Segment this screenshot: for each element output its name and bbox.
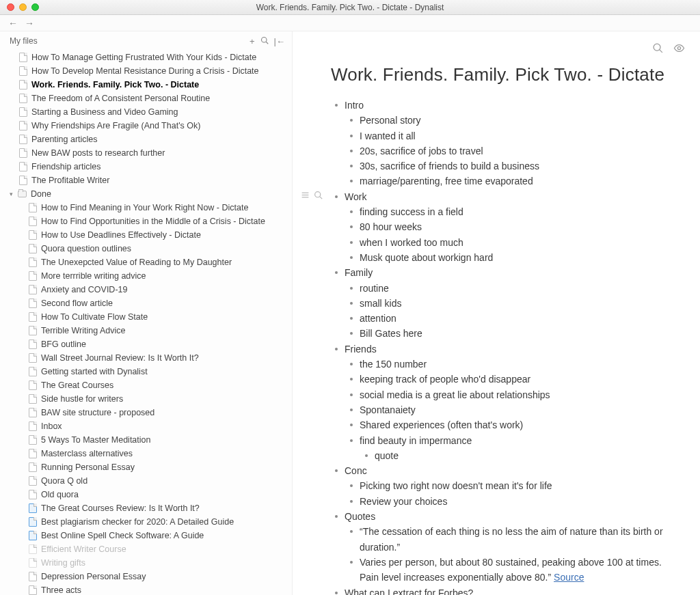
sidebar-folder-done[interactable]: ▾Done xyxy=(0,187,292,201)
sidebar-file[interactable]: Quora Q old xyxy=(0,474,292,488)
outline-text[interactable]: quote xyxy=(375,450,399,461)
sidebar-file[interactable]: Running Personal Essay xyxy=(0,460,292,474)
sidebar-file[interactable]: Why Friendships Are Fragile (And That's … xyxy=(0,119,292,133)
sidebar-file[interactable]: How To Manage Getting Frustrated With Yo… xyxy=(0,51,292,64)
outline-node[interactable]: 30s, sacrifice of friends to build a bus… xyxy=(346,158,673,174)
outline-text[interactable]: What can I extract for Forbes? xyxy=(345,587,473,596)
outline-node[interactable]: Picking two right now doesn't mean it's … xyxy=(346,478,673,493)
outline-text[interactable]: “The cessation of each thing is no less … xyxy=(360,526,663,552)
sidebar-file[interactable]: Inbox xyxy=(0,419,292,433)
search-document-button[interactable] xyxy=(652,42,664,57)
sidebar-file[interactable]: The Great Courses xyxy=(0,378,292,392)
outline-node[interactable]: 20s, sacrifice of jobs to travel xyxy=(346,143,673,158)
outline-node[interactable]: finding success in a field xyxy=(346,204,673,219)
sidebar-file[interactable]: Friendship articles xyxy=(0,160,292,174)
outline-node[interactable]: Musk quote about workign hard xyxy=(346,250,673,265)
sidebar-file[interactable]: Side hustle for writers xyxy=(0,392,292,406)
outline-text[interactable]: routine xyxy=(360,283,389,294)
sidebar-file[interactable]: Efficient Writer Course xyxy=(0,542,292,556)
outline-text[interactable]: Conc xyxy=(345,465,367,476)
source-link[interactable]: Source xyxy=(554,572,584,583)
sidebar-file[interactable]: How to Find Opportunities in the Middle … xyxy=(0,215,292,228)
sidebar-file[interactable]: How to Find Meaning in Your Work Right N… xyxy=(0,201,292,215)
outline-text[interactable]: marriage/parenting, free time evaporated xyxy=(360,176,533,186)
sidebar-file[interactable]: The Unexepcted Value of Reading to My Da… xyxy=(0,255,292,269)
sidebar-file[interactable]: How To Develop Mental Resistance During … xyxy=(0,64,292,78)
outline-node[interactable]: Review your choices xyxy=(346,494,673,509)
outline-text[interactable]: social media is a great lie about relati… xyxy=(360,389,550,400)
sidebar-file[interactable]: Writing gifts xyxy=(0,556,292,570)
outline-text[interactable]: Bill Gates here xyxy=(360,328,422,339)
sidebar-file[interactable]: Three acts xyxy=(0,583,292,595)
sidebar-file[interactable]: The Freedom of A Consistent Personal Rou… xyxy=(0,92,292,105)
outline-node[interactable]: “The cessation of each thing is no less … xyxy=(346,524,673,555)
outline-node[interactable]: Familyroutinesmall kidsattentionBill Gat… xyxy=(331,265,673,341)
outline-node[interactable]: IntroPersonal storyI wanted it all20s, s… xyxy=(331,98,673,189)
sidebar-file[interactable]: Depression Personal Essay xyxy=(0,570,292,583)
outline-node[interactable]: ConcPicking two right now doesn't mean i… xyxy=(331,463,673,509)
close-window-button[interactable] xyxy=(7,3,14,11)
sort-files-button[interactable]: |← xyxy=(274,36,285,46)
sidebar-file[interactable]: Terrible Writing Advice xyxy=(0,324,292,337)
outline-node[interactable]: Spontanaiety xyxy=(346,402,673,417)
outline-node[interactable]: Varies per person, but about 80 sustaine… xyxy=(346,555,673,585)
sidebar-file[interactable]: The Great Courses Review: Is It Worth It… xyxy=(0,501,292,515)
outline-text[interactable]: Shared experiences (often that's work) xyxy=(360,419,523,430)
visibility-toggle-button[interactable] xyxy=(673,42,685,57)
menu-icon[interactable] xyxy=(301,190,310,202)
outline-text[interactable]: find beauty in impermance xyxy=(360,435,472,446)
sidebar-file[interactable]: How To Cultivate Flow State xyxy=(0,310,292,324)
back-button[interactable]: ← xyxy=(8,18,18,29)
outline-node[interactable]: when I worked too much xyxy=(346,235,673,250)
search-files-button[interactable] xyxy=(260,36,269,46)
outline-node[interactable]: quote xyxy=(361,448,673,463)
outline-text[interactable]: I wanted it all xyxy=(360,130,416,141)
outline-text[interactable]: Friends xyxy=(345,344,377,355)
outline-text[interactable]: 30s, sacrifice of friends to build a bus… xyxy=(360,161,539,171)
outline-text[interactable]: small kids xyxy=(360,298,401,309)
outline-text[interactable]: Picking two right now doesn't mean it's … xyxy=(360,480,552,491)
fullscreen-window-button[interactable] xyxy=(31,3,39,11)
outline-text[interactable]: Spontanaiety xyxy=(360,404,416,415)
sidebar-file[interactable]: New BAW posts to research further xyxy=(0,146,292,160)
document-title[interactable]: Work. Friends. Family. Pick Two. - Dicta… xyxy=(331,64,673,85)
outline-node[interactable]: attention xyxy=(346,311,673,326)
sidebar-file[interactable]: More terrrible writing advice xyxy=(0,269,292,283)
outline-node[interactable]: keeping track of people who'd disappear xyxy=(346,372,673,387)
outline-text[interactable]: the 150 number xyxy=(360,359,427,370)
outline-text[interactable]: Family xyxy=(345,267,373,278)
sidebar-file[interactable]: Getting started with Dynalist xyxy=(0,365,292,378)
sidebar-file[interactable]: Old quora xyxy=(0,488,292,501)
outline-node[interactable]: Workfinding success in a field80 hour we… xyxy=(331,189,673,265)
add-file-button[interactable]: + xyxy=(250,36,255,46)
outline-text[interactable]: Musk quote about workign hard xyxy=(360,252,493,263)
outline-node[interactable]: find beauty in impermancequote xyxy=(346,433,673,464)
outline-text[interactable]: Varies per person, but about 80 sustaine… xyxy=(360,557,662,583)
minimize-window-button[interactable] xyxy=(19,3,27,11)
sidebar-file[interactable]: Quora question outlines xyxy=(0,242,292,255)
outline-text[interactable]: 80 hour weeks xyxy=(360,221,422,232)
outline-node[interactable]: Friendsthe 150 numberkeeping track of pe… xyxy=(331,342,673,463)
sidebar-file[interactable]: Work. Friends. Family. Pick Two. - Dicta… xyxy=(0,78,292,92)
sidebar-file[interactable]: BFG outline xyxy=(0,337,292,351)
sidebar-file[interactable]: 5 Ways To Master Meditation xyxy=(0,433,292,447)
outline-text[interactable]: Work xyxy=(345,191,366,202)
outline-node[interactable]: routine xyxy=(346,281,673,296)
forward-button[interactable]: → xyxy=(25,18,34,29)
outline-text[interactable]: 20s, sacrifice of jobs to travel xyxy=(360,146,483,156)
outline-node[interactable]: Shared experiences (often that's work) xyxy=(346,417,673,432)
sidebar-file[interactable]: Parenting articles xyxy=(0,133,292,146)
outline-node[interactable]: I wanted it all xyxy=(346,128,673,143)
outline-text[interactable]: Quotes xyxy=(345,511,375,522)
outline-node[interactable]: 80 hour weeks xyxy=(346,219,673,234)
sidebar-file[interactable]: Starting a Business and Video Gaming xyxy=(0,105,292,119)
outline-text[interactable]: keeping track of people who'd disappear xyxy=(360,374,530,385)
sidebar-file[interactable]: Second flow article xyxy=(0,296,292,310)
outline-text[interactable]: Personal story xyxy=(360,115,420,126)
sidebar-file[interactable]: Best Online Spell Check Software: A Guid… xyxy=(0,529,292,542)
outline-text[interactable]: Intro xyxy=(345,100,364,111)
sidebar-file[interactable]: BAW site structure - proposed xyxy=(0,406,292,419)
outline-node[interactable]: Personal story xyxy=(346,113,673,128)
sidebar-file[interactable]: How to Use Deadlines Effectively - Dicta… xyxy=(0,228,292,242)
outline-text[interactable]: when I worked too much xyxy=(360,237,463,248)
